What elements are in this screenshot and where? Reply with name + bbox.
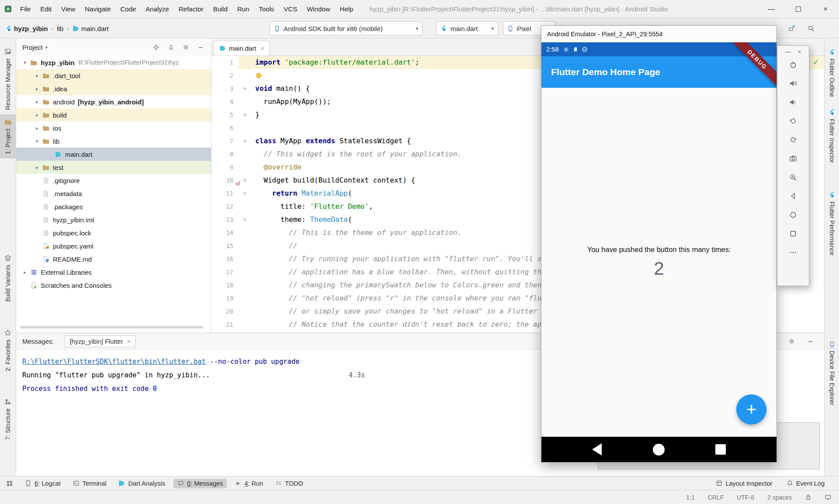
- chevron-icon[interactable]: ▸: [33, 165, 42, 170]
- tree-item-packages[interactable]: .packages: [16, 200, 211, 213]
- minimize-button[interactable]: —: [758, 0, 785, 18]
- tree-item-hyzp-yibin[interactable]: ▾hyzp_yibinR:\FlutterProject\FlutterProj…: [16, 56, 211, 69]
- menu-navigate[interactable]: Navigate: [80, 0, 115, 18]
- tree-item-gitignore[interactable]: .gitignore: [16, 174, 211, 187]
- maximize-button[interactable]: [785, 0, 812, 18]
- menu-file[interactable]: File: [15, 0, 35, 18]
- tree-item-idea[interactable]: ▸.idea: [16, 82, 211, 95]
- tree-item-android[interactable]: ▸android[hyzp_yibin_android]: [16, 95, 211, 108]
- toolwindow-layout-inspector[interactable]: Layout Inspector: [712, 479, 776, 488]
- tree-item-test[interactable]: ▸test: [16, 161, 211, 174]
- menu-help[interactable]: Help: [335, 0, 358, 18]
- toolwindow-button-flutter-inspector[interactable]: Flutter Inspector: [825, 105, 839, 167]
- toolwindow-dart-analysis[interactable]: Dart Analysis: [114, 479, 169, 488]
- menu-tools[interactable]: Tools: [254, 0, 279, 18]
- fold-marker-icon[interactable]: ∧: [243, 108, 246, 121]
- menu-view[interactable]: View: [56, 0, 80, 18]
- toolwindow-button-device-file-explorer[interactable]: Device File Explorer: [825, 337, 839, 410]
- toolwindow-button-flutter-outline[interactable]: Flutter Outline: [825, 45, 839, 101]
- menu-edit[interactable]: Edit: [35, 0, 56, 18]
- tree-item-scratches-and-consoles[interactable]: Scratches and Consoles: [16, 279, 211, 292]
- search-icon[interactable]: [806, 23, 816, 34]
- settings-gear-icon[interactable]: [788, 338, 795, 345]
- tree-item-lib[interactable]: ▾lib: [16, 135, 211, 148]
- console-file-link[interactable]: R:\Flutter\FlutterSDK\flutter\bin\flutte…: [22, 358, 206, 366]
- tree-item-build[interactable]: ▸build: [16, 108, 211, 121]
- messages-tab[interactable]: [hyzp_yibin] Flutter ×: [65, 335, 136, 347]
- hide-panel-icon[interactable]: [807, 338, 814, 345]
- breadcrumb-item-main-dart[interactable]: main.dart: [73, 25, 109, 32]
- menu-code[interactable]: Code: [115, 0, 141, 18]
- chevron-icon[interactable]: ▸: [33, 73, 42, 79]
- tab-main-dart[interactable]: main.dart ×: [214, 41, 270, 55]
- tree-item-ios[interactable]: ▸ios: [16, 121, 211, 135]
- more-button[interactable]: [787, 246, 799, 259]
- volume-up-button[interactable]: [787, 77, 799, 90]
- fold-marker-icon[interactable]: ∨: [243, 174, 246, 187]
- inspections-ok-icon[interactable]: ✓: [813, 58, 819, 67]
- fold-marker-icon[interactable]: ∨: [243, 82, 246, 95]
- indent-setting[interactable]: 2 spaces: [767, 494, 792, 501]
- back-button[interactable]: [787, 190, 799, 202]
- caret-position[interactable]: 1:1: [686, 494, 694, 501]
- overview-button[interactable]: [787, 228, 799, 240]
- chevron-down-icon[interactable]: ▾: [45, 45, 48, 50]
- toolwindow-messages[interactable]: 0: Messages: [173, 479, 227, 488]
- chevron-icon[interactable]: ▾: [21, 60, 29, 66]
- toolwindow-todo[interactable]: TODO: [271, 479, 307, 488]
- fold-marker-icon[interactable]: ∨: [243, 135, 246, 148]
- menu-vcs[interactable]: VCS: [279, 0, 302, 18]
- device-selector[interactable]: Android SDK built for x86 (mobile) ▾: [270, 21, 423, 35]
- toolwindow-logcat[interactable]: 6: Logcat: [21, 479, 65, 488]
- fab-add-button[interactable]: +: [736, 394, 766, 425]
- tree-item-readme-md[interactable]: iREADME.md: [16, 252, 211, 266]
- toolwindow-switcher-icon[interactable]: [6, 480, 13, 487]
- close-tab-icon[interactable]: ×: [261, 45, 264, 52]
- lock-icon[interactable]: [805, 494, 811, 501]
- volume-down-button[interactable]: [787, 96, 799, 108]
- menu-analyze[interactable]: Analyze: [141, 0, 173, 18]
- rotate-left-button[interactable]: [787, 115, 799, 127]
- toolwindow-button-flutter-performance[interactable]: Flutter Performance: [825, 187, 839, 260]
- toolwindow-button-resource-manager[interactable]: Resource Manager: [0, 44, 16, 114]
- close-tab-icon[interactable]: ×: [127, 338, 130, 345]
- emulator-minimize-button[interactable]: —: [785, 48, 791, 55]
- screenshot-button[interactable]: [787, 152, 799, 165]
- nav-back-button[interactable]: [592, 443, 602, 456]
- locate-icon[interactable]: [153, 44, 159, 51]
- tree-item-main-dart[interactable]: main.dart: [16, 148, 211, 161]
- tree-item-hyzp-yibin-iml[interactable]: hyzp_yibin.iml: [16, 213, 211, 226]
- horizontal-scrollbar[interactable]: [20, 326, 203, 328]
- run-config-selector[interactable]: main.dart ▾: [436, 21, 498, 35]
- chevron-icon[interactable]: ▸: [33, 86, 42, 92]
- nav-home-button[interactable]: [653, 444, 665, 456]
- menu-run[interactable]: Run: [232, 0, 254, 18]
- toolwindow-button-2-favorites[interactable]: 2: Favorites: [0, 325, 16, 376]
- menu-build[interactable]: Build: [208, 0, 232, 18]
- file-encoding[interactable]: UTF-8: [737, 494, 754, 501]
- zoom-button[interactable]: [787, 171, 799, 183]
- chevron-icon[interactable]: ▾: [33, 138, 42, 144]
- home-button[interactable]: [787, 209, 799, 221]
- intention-bulb-icon[interactable]: [256, 73, 261, 78]
- chevron-icon[interactable]: ▸: [33, 112, 42, 118]
- toolwindow-run[interactable]: 4: Run: [231, 479, 267, 488]
- chevron-icon[interactable]: ▸: [21, 269, 29, 275]
- tree-item-metadata[interactable]: .metadata: [16, 187, 211, 200]
- rotate-right-button[interactable]: [787, 134, 799, 146]
- breadcrumb-item-hyzp-yibin[interactable]: hyzp_yibin: [5, 25, 48, 32]
- toolwindow-button-7-structure[interactable]: 7: Structure: [0, 394, 16, 444]
- gear-icon[interactable]: [183, 44, 189, 51]
- hide-icon[interactable]: [198, 44, 204, 51]
- nav-overview-button[interactable]: [715, 444, 726, 455]
- toolwindow-button-1-project[interactable]: 1: Project: [0, 114, 16, 159]
- attach-debugger-icon[interactable]: [787, 23, 797, 34]
- emulator-title-bar[interactable]: Android Emulator - Pixel_2_API_29:5554: [541, 26, 777, 42]
- tree-item-pubspec-lock[interactable]: pubspec.lock: [16, 226, 211, 239]
- tree-item-dart-tool[interactable]: ▸.dart_tool: [16, 69, 211, 82]
- chevron-icon[interactable]: ▸: [33, 125, 42, 131]
- chevron-icon[interactable]: ▸: [33, 99, 42, 105]
- line-separator[interactable]: CRLF: [708, 494, 724, 501]
- tree-item-pubspec-yaml[interactable]: YMLpubspec.yaml: [16, 239, 211, 252]
- project-panel-title[interactable]: Project: [22, 44, 43, 51]
